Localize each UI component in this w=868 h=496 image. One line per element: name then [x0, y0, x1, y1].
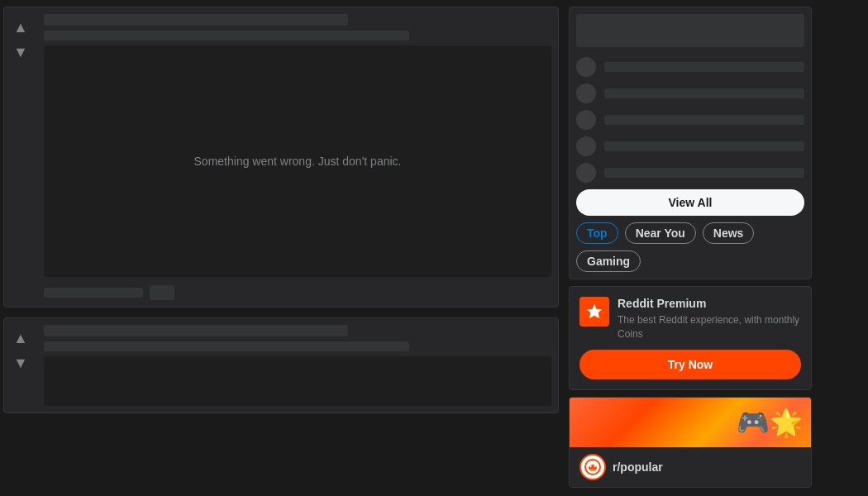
try-now-button[interactable]: Try Now: [579, 350, 801, 379]
post-sub-skeleton-1: [44, 31, 409, 41]
community-avatar-5: [576, 163, 596, 183]
premium-card: Reddit Premium The best Reddit experienc…: [569, 286, 812, 390]
post-sub-skeleton-2: [44, 341, 409, 351]
footer-skeleton-wide-1: [44, 288, 143, 298]
vote-column-1: ▲ ▼: [4, 14, 37, 300]
communities-top-skeleton: [576, 14, 804, 47]
filter-tab-news[interactable]: News: [703, 222, 755, 244]
community-item-2[interactable]: [576, 83, 804, 103]
downvote-button-2[interactable]: ▼: [11, 353, 31, 373]
popular-subreddit-name: r/popular: [613, 460, 663, 474]
upvote-button-1[interactable]: ▲: [11, 17, 31, 37]
community-name-skeleton-2: [604, 88, 804, 98]
community-item-4[interactable]: [576, 136, 804, 156]
community-name-skeleton-1: [604, 62, 804, 72]
error-message-1: Something went wrong. Just don't panic.: [194, 155, 402, 168]
community-item-3[interactable]: [576, 110, 804, 130]
post-body-1: Something went wrong. Just don't panic.: [44, 45, 551, 277]
filter-tab-top[interactable]: Top: [576, 222, 618, 244]
popular-banner: 🎮🌟: [570, 398, 811, 447]
community-item-5[interactable]: [576, 163, 804, 183]
post-title-skeleton-1: [44, 14, 348, 26]
premium-description: The best Reddit experience, with monthly…: [618, 313, 801, 341]
filter-tab-gaming[interactable]: Gaming: [576, 250, 641, 272]
community-avatar-4: [576, 136, 596, 156]
footer-skeleton-small-1: [150, 285, 174, 300]
community-avatar-3: [576, 110, 596, 130]
banner-decoration: 🎮🌟: [737, 407, 803, 438]
left-panel: ▲ ▼ Something went wrong. Just don't pan…: [0, 0, 562, 496]
popular-card[interactable]: 🎮🌟 r/popular: [569, 397, 812, 488]
filter-tab-near-you[interactable]: Near You: [625, 222, 696, 244]
popular-footer: r/popular: [570, 447, 811, 487]
post-content-1: Something went wrong. Just don't panic.: [44, 14, 551, 300]
downvote-button-1[interactable]: ▼: [11, 42, 31, 62]
view-all-button[interactable]: View All: [576, 189, 804, 216]
post-title-skeleton-2: [44, 325, 348, 336]
community-name-skeleton-5: [604, 168, 804, 178]
vote-column-2: ▲ ▼: [4, 325, 37, 406]
community-avatar-1: [576, 57, 596, 77]
filter-tabs: Top Near You News Gaming: [576, 222, 804, 272]
community-name-skeleton-3: [604, 115, 804, 125]
premium-header: Reddit Premium The best Reddit experienc…: [579, 297, 801, 341]
reddit-snoo-avatar: [579, 454, 606, 480]
community-item-1[interactable]: [576, 57, 804, 77]
post-footer-1: [44, 282, 551, 300]
community-avatar-2: [576, 83, 596, 103]
main-layout: ▲ ▼ Something went wrong. Just don't pan…: [0, 0, 868, 496]
post-body-2: [44, 356, 551, 406]
post-content-2: [44, 325, 551, 406]
upvote-button-2[interactable]: ▲: [11, 328, 31, 348]
svg-point-3: [589, 465, 591, 466]
post-card-1: ▲ ▼ Something went wrong. Just don't pan…: [3, 7, 559, 308]
community-name-skeleton-4: [604, 141, 804, 151]
premium-title: Reddit Premium: [618, 297, 801, 310]
premium-text-block: Reddit Premium The best Reddit experienc…: [618, 297, 801, 341]
post-card-2: ▲ ▼: [3, 317, 559, 413]
sidebar-communities: View All Top Near You News Gaming: [569, 7, 812, 279]
svg-point-4: [594, 465, 595, 466]
right-sidebar: View All Top Near You News Gaming Reddit…: [562, 0, 818, 496]
premium-icon: [579, 297, 609, 327]
